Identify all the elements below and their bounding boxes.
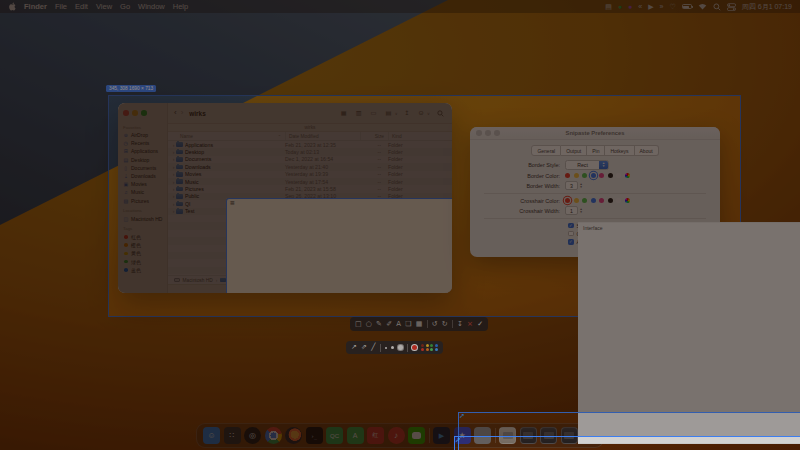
sidebar-item-airdrop[interactable]: ⊚AirDrop [121, 132, 164, 139]
sidebar-item-pictures[interactable]: ▨Pictures [121, 197, 164, 204]
tab-pin[interactable]: Pin [587, 145, 605, 156]
more-actions-icon[interactable]: ⊙ [416, 109, 426, 117]
table-row[interactable]: ›MusicYesterday at 17:54--Folder [168, 178, 452, 185]
sidebar-item-downloads[interactable]: ⇣Downloads [121, 172, 164, 179]
minimize-button[interactable] [132, 110, 138, 116]
color-swatch[interactable] [574, 173, 579, 178]
wifi-icon[interactable] [698, 3, 707, 10]
stroke-size-large-selected[interactable] [398, 345, 403, 350]
close-button[interactable] [476, 130, 482, 136]
table-row[interactable]: ›ApplicationsFeb 21, 2023 at 12:35--Fold… [168, 141, 452, 148]
sidebar-item-music[interactable]: ♫Music [121, 189, 164, 196]
app-status-purple-icon[interactable]: ● [628, 3, 632, 10]
share-icon[interactable]: ↥ [402, 109, 412, 117]
menu-item-help[interactable]: Help [173, 0, 188, 13]
marker-tool[interactable]: ✐ [386, 321, 392, 328]
color-swatch-selected[interactable] [565, 198, 570, 203]
arrow-style-solid[interactable]: ➚ [454, 436, 800, 450]
dock-finder[interactable]: ☺ [203, 427, 220, 444]
back-button[interactable]: ‹ [174, 109, 177, 117]
callout-tool[interactable]: ❏ [405, 321, 411, 328]
dock-qc-app[interactable]: QC [326, 427, 343, 444]
sidebar-tag-blue[interactable]: 蓝色 [121, 266, 164, 273]
forward-button[interactable]: › [181, 109, 184, 117]
sidebar-tag-yellow[interactable]: 黄色 [121, 250, 164, 257]
stroke-size-small[interactable] [385, 347, 387, 349]
palette-swatch[interactable] [421, 348, 424, 351]
dock-xiaohongshu[interactable]: 红 [367, 427, 384, 444]
zoom-button[interactable] [494, 130, 500, 136]
media-play-icon[interactable]: ▶ [648, 3, 653, 11]
view-gallery-icon[interactable]: ▭ [368, 109, 379, 117]
column-header-size[interactable]: Size [360, 132, 388, 140]
path-item-disk[interactable]: Macintosh HD [183, 278, 213, 283]
dock-launchpad[interactable]: ∷ [224, 427, 241, 444]
menu-item-view[interactable]: View [96, 0, 112, 13]
menu-item-file[interactable]: File [55, 0, 67, 13]
sidebar-item-documents[interactable]: ▯Documents [121, 164, 164, 171]
app-status-green-icon[interactable]: ● [618, 3, 622, 10]
close-button[interactable] [123, 110, 129, 116]
palette-swatch[interactable] [435, 348, 438, 351]
menu-item-go[interactable]: Go [120, 0, 130, 13]
line-style[interactable]: ╱ [371, 344, 375, 351]
sidebar-item-desktop[interactable]: ▤Desktop [121, 156, 164, 163]
dock-a-app[interactable]: A [347, 427, 364, 444]
dock-dark-app[interactable]: ◎ [244, 427, 261, 444]
color-swatch[interactable] [599, 173, 604, 178]
text-tool[interactable]: A [396, 321, 401, 328]
sidebar-item-movies[interactable]: ▣Movies [121, 181, 164, 188]
search-icon[interactable] [713, 3, 721, 11]
media-next-icon[interactable]: » [660, 3, 664, 10]
border-width-stepper[interactable]: 3 ▲▼ [565, 181, 583, 190]
table-row[interactable]: ›MoviesYesterday at 19:39--Folder [168, 171, 452, 178]
arrow-style-double[interactable]: ⇗ [361, 344, 367, 351]
minimize-button[interactable] [485, 130, 491, 136]
menu-item-app[interactable]: Finder [24, 0, 47, 13]
column-header-date[interactable]: Date Modified [285, 132, 360, 140]
apple-menu-icon[interactable] [8, 2, 16, 11]
undo-button[interactable]: ↺ [432, 321, 438, 328]
sidebar-item-macintosh-hd[interactable]: ◫Macintosh HD [121, 215, 164, 222]
palette-swatch[interactable] [430, 344, 433, 347]
view-icons-icon[interactable]: ▦ [338, 109, 349, 117]
sidebar-item-applications[interactable]: ⊞Applications [121, 148, 164, 155]
current-color-swatch[interactable] [412, 345, 417, 350]
table-row[interactable]: ›DownloadsYesterday at 21:40--Folder [168, 163, 452, 170]
dock-netease-music[interactable]: ♪ [388, 427, 405, 444]
dock-firefox[interactable] [285, 427, 302, 444]
dock-wechat[interactable] [408, 427, 425, 444]
palette-swatch[interactable] [430, 348, 433, 351]
palette-swatch[interactable] [426, 348, 429, 351]
color-swatch[interactable] [565, 173, 570, 178]
border-style-select[interactable]: Rect ▲▼ [565, 160, 609, 170]
view-columns-icon[interactable]: ▥ [353, 109, 364, 117]
color-swatch[interactable] [599, 198, 604, 203]
save-button[interactable]: ↧ [457, 321, 463, 328]
search-icon[interactable] [434, 109, 446, 118]
color-swatch[interactable] [574, 198, 579, 203]
cancel-button[interactable]: × [467, 321, 473, 328]
sidebar-tag-orange[interactable]: 橙色 [121, 242, 164, 249]
color-swatch[interactable] [616, 173, 621, 178]
zoom-button[interactable] [141, 110, 147, 116]
color-swatch[interactable] [608, 173, 613, 178]
color-picker-swatch[interactable] [625, 198, 630, 203]
crosshair-width-value[interactable]: 1 [565, 206, 578, 215]
confirm-button[interactable]: ✓ [477, 321, 483, 328]
table-row[interactable]: ›PicturesFeb 21, 2023 at 15:58--Folder [168, 185, 452, 192]
tab-output[interactable]: Output [561, 145, 587, 156]
table-row[interactable]: ›DesktopToday at 02:13--Folder [168, 148, 452, 155]
color-swatch[interactable] [582, 198, 587, 203]
column-header-name[interactable]: Name⌃ [180, 134, 285, 139]
checkbox-checked-icon[interactable]: ✓ [568, 239, 574, 245]
arrow-style-thin[interactable]: ↗ [351, 344, 357, 351]
color-swatch[interactable] [591, 198, 596, 203]
menu-item-edit[interactable]: Edit [75, 0, 88, 13]
group-by-icon[interactable]: ▤ [383, 109, 394, 117]
tab-about[interactable]: About [635, 145, 659, 156]
checkbox-checked-icon[interactable]: ✓ [568, 223, 574, 229]
sidebar-item-recents[interactable]: ◷Recents [121, 140, 164, 147]
control-center-icon[interactable] [727, 3, 736, 11]
border-width-value[interactable]: 3 [565, 181, 578, 190]
